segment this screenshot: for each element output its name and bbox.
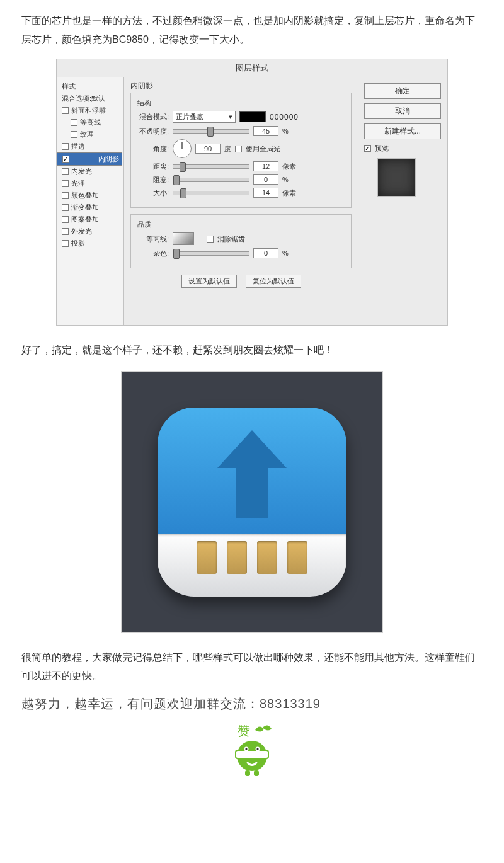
group-quality: 品质 — [137, 220, 345, 229]
hex-value: 000000 — [270, 113, 299, 122]
cancel-button[interactable]: 取消 — [364, 103, 441, 119]
paragraph-summary: 很简单的教程，大家做完记得总结下，哪些样式可以做出哪种效果，还能不能用其他方法。… — [21, 648, 483, 685]
style-list: 样式 混合选项:默认 斜面和浮雕 等高线 纹理 描边 内阴影 内发光 光泽 颜色… — [57, 77, 124, 325]
preview-thumbnail — [377, 158, 416, 197]
ok-button[interactable]: 确定 — [364, 83, 441, 99]
preview-checkbox[interactable] — [364, 145, 371, 152]
opacity-label: 不透明度: — [137, 127, 169, 136]
paragraph-contact: 越努力，越幸运，有问题欢迎加群交流：88313319 — [21, 695, 483, 712]
opacity-input[interactable]: 45 — [253, 126, 278, 136]
new-style-button[interactable]: 新建样式... — [364, 123, 441, 139]
arrow-up-icon — [214, 430, 290, 518]
item-contour[interactable]: 等高线 — [57, 117, 123, 129]
distance-slider[interactable] — [173, 164, 249, 169]
svg-rect-1 — [236, 750, 268, 758]
item-color-overlay[interactable]: 颜色叠加 — [57, 190, 123, 202]
contour-label: 等高线: — [137, 234, 169, 244]
svg-point-5 — [256, 748, 258, 750]
size-slider[interactable] — [173, 191, 249, 195]
styles-header: 样式 — [57, 81, 123, 93]
item-bevel[interactable]: 斜面和浮雕 — [57, 105, 123, 117]
dialog-actions: 确定 取消 新建样式... 预览 — [358, 77, 447, 325]
antialias-label: 消除锯齿 — [217, 234, 245, 244]
size-input[interactable]: 14 — [253, 188, 278, 198]
angle-dial[interactable] — [173, 139, 192, 158]
global-light-checkbox[interactable] — [235, 146, 242, 152]
blend-options[interactable]: 混合选项:默认 — [57, 93, 123, 105]
item-grad-overlay[interactable]: 渐变叠加 — [57, 202, 123, 214]
like-mascot-icon: 赞 — [224, 721, 280, 780]
spread-input[interactable]: 0 — [253, 174, 278, 185]
layer-style-dialog: 图层样式 样式 混合选项:默认 斜面和浮雕 等高线 纹理 描边 内阴影 内发光 … — [56, 59, 448, 326]
svg-rect-7 — [254, 770, 259, 776]
noise-input[interactable]: 0 — [253, 248, 278, 258]
item-inner-glow[interactable]: 内发光 — [57, 166, 123, 178]
antialias-checkbox[interactable] — [207, 236, 214, 243]
opacity-slider[interactable] — [173, 129, 249, 134]
noise-label: 杂色: — [137, 249, 169, 258]
settings-panel: 内阴影 结构 混合模式: 正片叠底▾ 000000 不透明度: 45 — [124, 77, 358, 325]
distance-input[interactable]: 12 — [253, 161, 278, 171]
item-pattern-overlay[interactable]: 图案叠加 — [57, 214, 123, 226]
item-texture[interactable]: 纹理 — [57, 129, 123, 140]
paragraph-done: 好了，搞定，就是这个样子，还不赖，赶紧发到朋友圈去炫耀一下吧！ — [21, 341, 483, 360]
size-label: 大小: — [137, 188, 169, 198]
paragraph-intro: 下面的芯片也是一样的方法，不过颜色稍微深一点，也是加内阴影就搞定，复制上层芯片，… — [21, 11, 483, 49]
global-light-label: 使用全局光 — [246, 144, 280, 154]
spread-label: 阻塞: — [137, 175, 169, 185]
group-structure: 结构 — [137, 98, 345, 108]
preview-label: 预览 — [375, 144, 389, 153]
distance-label: 距离: — [137, 162, 169, 171]
item-drop-shadow[interactable]: 投影 — [57, 237, 123, 249]
contour-picker[interactable] — [173, 232, 194, 245]
blend-mode-select[interactable]: 正片叠底▾ — [173, 111, 236, 123]
color-swatch[interactable] — [239, 111, 266, 122]
svg-point-4 — [245, 748, 247, 750]
like-label: 赞 — [238, 724, 250, 738]
spread-slider[interactable] — [173, 178, 249, 182]
section-title: 内阴影 — [130, 81, 352, 91]
item-inner-shadow[interactable]: 内阴影 — [57, 152, 122, 166]
result-canvas — [121, 371, 383, 633]
svg-rect-6 — [245, 770, 250, 776]
item-outer-glow[interactable]: 外发光 — [57, 226, 123, 237]
angle-label: 角度: — [137, 144, 169, 154]
upload-icon — [158, 408, 346, 597]
item-stroke[interactable]: 描边 — [57, 140, 123, 152]
item-satin[interactable]: 光泽 — [57, 178, 123, 190]
dialog-title: 图层样式 — [57, 59, 447, 77]
make-default-button[interactable]: 设置为默认值 — [181, 275, 237, 288]
angle-input[interactable]: 90 — [195, 144, 220, 154]
noise-slider[interactable] — [173, 251, 249, 256]
blend-mode-label: 混合模式: — [137, 112, 169, 122]
chevron-down-icon: ▾ — [229, 113, 232, 121]
reset-default-button[interactable]: 复位为默认值 — [246, 275, 301, 288]
